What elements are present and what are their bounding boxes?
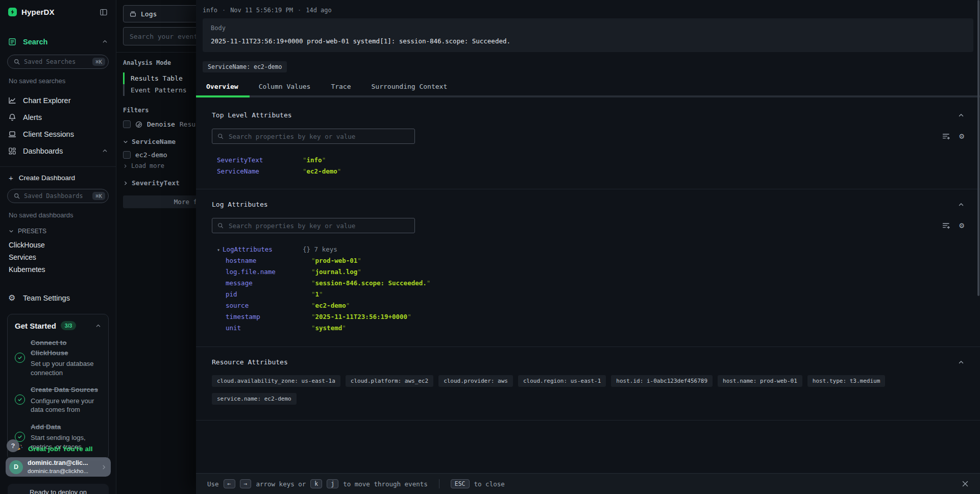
resource-chip[interactable]: cloud.availability_zone: us-east-1a [212, 375, 340, 387]
sidebar-item-chart-explorer[interactable]: Chart Explorer [0, 92, 116, 109]
brand-name: HyperDX [21, 8, 95, 16]
resource-chip[interactable]: cloud.region: us-east-1 [518, 375, 606, 387]
user-menu[interactable]: D dominic.tran@clic... dominic.tran@clic… [6, 457, 111, 477]
preset-services[interactable]: Services [0, 251, 116, 263]
severity-text: info [203, 7, 217, 14]
saved-dashboards-input[interactable]: Saved Dashboards ⌘K [7, 189, 109, 203]
attribute-key[interactable]: timestamp [226, 313, 311, 320]
divider [439, 479, 439, 488]
tab-overview[interactable]: Overview [196, 78, 249, 95]
resource-chip[interactable]: cloud.provider: aws [438, 375, 513, 387]
gear-icon[interactable]: ⚙ [959, 132, 964, 140]
resource-chip[interactable]: cloud.platform: aws_ec2 [346, 375, 433, 387]
collapse-section-icon[interactable] [958, 202, 964, 208]
help-button[interactable]: ? [7, 439, 19, 452]
filter-group-servicename[interactable]: ServiceName [123, 138, 196, 145]
resource-chip[interactable]: service.name: ec2-demo [212, 393, 297, 405]
denoise-results-checkbox-row[interactable]: Denoise Results [123, 120, 196, 128]
attribute-key[interactable]: ServiceName [217, 167, 303, 175]
attribute-root-row: ▾LogAttributes {} 7 keys [212, 243, 964, 255]
gear-icon[interactable]: ⚙ [959, 221, 964, 230]
step-title: Connect to ClickHouse [31, 338, 101, 358]
chart-icon [8, 96, 17, 105]
attribute-row: pid 1 [212, 288, 964, 300]
sidebar-item-dashboards[interactable]: Dashboards [0, 142, 116, 159]
chevron-up-icon[interactable] [95, 323, 101, 329]
property-search-input[interactable] [228, 221, 409, 230]
search-icon [217, 223, 224, 229]
search-icon [14, 193, 20, 199]
sidebar-item-alerts[interactable]: Alerts [0, 109, 116, 126]
preset-kubernetes[interactable]: Kubernetes [0, 263, 116, 275]
drawer-scrollbar[interactable] [977, 0, 980, 473]
get-started-step[interactable]: Connect to ClickHouse Set up your databa… [15, 338, 101, 377]
search-icon [14, 59, 20, 65]
kbd-esc: ESC [451, 479, 470, 488]
attribute-key[interactable]: pid [226, 290, 311, 298]
section-resource-attributes: Resource Attributes cloud.availability_z… [196, 347, 980, 421]
sidebar-item-search[interactable]: Search [0, 33, 116, 50]
filter-group-severitytext[interactable]: SeverityText [123, 179, 196, 187]
attribute-key[interactable]: LogAttributes [223, 245, 273, 253]
property-search-input[interactable] [228, 132, 409, 141]
mode-event-patterns[interactable]: Event Patterns [123, 84, 196, 96]
attribute-key[interactable]: SeverityText [217, 156, 303, 164]
attribute-value[interactable]: systemd [311, 324, 346, 332]
section-top-level-attributes: Top Level Attributes [196, 97, 980, 189]
close-icon[interactable] [962, 480, 969, 487]
attribute-key[interactable]: source [226, 302, 311, 309]
sort-lines-icon[interactable] [942, 133, 950, 140]
sidebar-item-label: Client Sessions [23, 130, 74, 138]
attribute-key[interactable]: unit [226, 324, 311, 332]
attribute-key[interactable]: hostname [226, 257, 311, 264]
attribute-value[interactable]: 1 [311, 290, 323, 298]
collapse-section-icon[interactable] [958, 359, 964, 365]
chevron-up-icon[interactable] [102, 39, 108, 44]
sidebar-item-label: Search [23, 38, 47, 46]
event-detail-drawer: info · Nov 11 5:56:19 PM · 14d ago Body … [196, 0, 980, 494]
attribute-value[interactable]: ec2-demo [311, 302, 350, 309]
resource-chip[interactable]: host.id: i-0abc123def456789 [611, 375, 713, 387]
create-dashboard-button[interactable]: + Create Dashboard [0, 174, 116, 182]
preset-clickhouse[interactable]: ClickHouse [0, 239, 116, 251]
search-filters-panel: Logs Analysis Mode Results Table Event P… [116, 0, 196, 494]
service-name-tag[interactable]: ServiceName: ec2-demo [203, 61, 287, 72]
collapse-sidebar-icon[interactable] [100, 8, 108, 16]
tab-surrounding-context[interactable]: Surrounding Context [361, 78, 458, 95]
more-filters-button[interactable]: More filters [123, 195, 196, 208]
attribute-value[interactable]: session-846.scope: Succeeded. [311, 279, 430, 287]
presets-toggle[interactable]: PRESETS [0, 228, 116, 235]
checkbox[interactable] [123, 120, 131, 128]
checkbox[interactable] [123, 151, 131, 159]
resource-chip[interactable]: host.name: prod-web-01 [718, 375, 802, 387]
attribute-value[interactable]: info [303, 156, 326, 164]
sort-lines-icon[interactable] [942, 222, 950, 229]
scrollbar-thumb[interactable] [977, 0, 979, 296]
attribute-value[interactable]: journal.log [311, 268, 361, 276]
chevron-up-icon[interactable] [102, 148, 108, 154]
deploy-teaser-card[interactable]: Ready to deploy on [8, 484, 109, 494]
filter-value-ec2-demo[interactable]: ec2-demo [123, 151, 196, 159]
kbd-k: k [310, 479, 322, 488]
attribute-key[interactable]: log.file.name [226, 268, 311, 276]
tree-collapse-caret[interactable]: ▾ [217, 247, 220, 253]
kbd-arrow-left: ← [224, 479, 235, 488]
get-started-step[interactable]: Create Data Sources Configure where your… [15, 385, 101, 414]
load-more-button[interactable]: Load more [123, 162, 196, 169]
avatar: D [9, 460, 23, 474]
attribute-value[interactable]: 2025-11-11T23:56:19+0000 [311, 313, 411, 320]
tab-trace[interactable]: Trace [321, 78, 361, 95]
attribute-key[interactable]: message [226, 279, 311, 287]
tab-column-values[interactable]: Column Values [249, 78, 321, 95]
attribute-value[interactable]: prod-web-01 [311, 257, 361, 264]
attribute-value[interactable]: ec2-demo [303, 167, 341, 175]
sidebar-item-team-settings[interactable]: ⚙ Team Settings [0, 289, 116, 306]
denoise-label: Denoise [147, 120, 175, 128]
sidebar-item-client-sessions[interactable]: Client Sessions [0, 126, 116, 142]
resource-chip[interactable]: host.type: t3.medium [807, 375, 885, 387]
collapse-section-icon[interactable] [958, 112, 964, 118]
saved-searches-input[interactable]: Saved Searches ⌘K [7, 55, 109, 69]
source-selector-button[interactable]: Logs [123, 5, 196, 22]
event-search-input[interactable] [123, 27, 196, 45]
mode-results-table[interactable]: Results Table [123, 72, 196, 84]
